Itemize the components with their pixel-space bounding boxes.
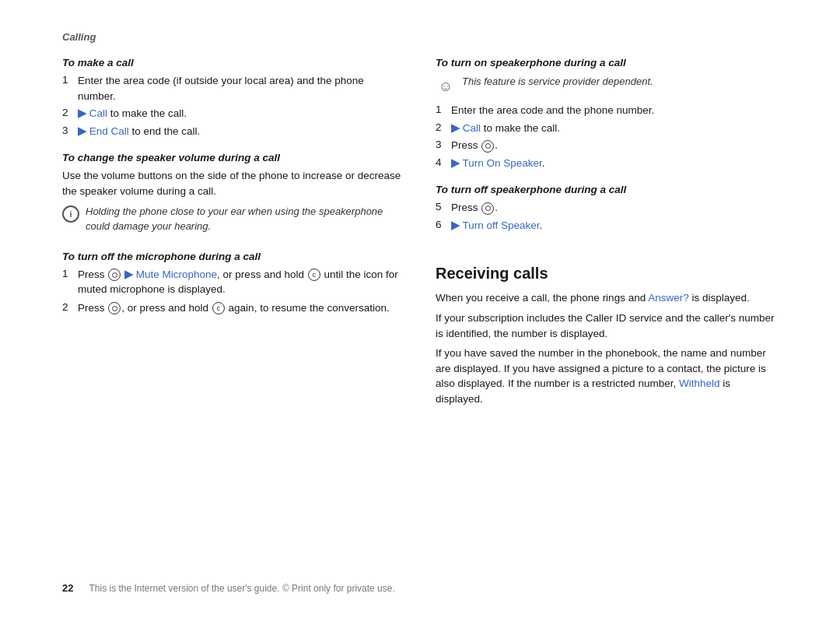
- service-icon: ☺: [436, 76, 456, 97]
- section-make-call: To make a call 1 Enter the area code (if…: [62, 57, 404, 141]
- c-button-icon: c: [308, 269, 320, 281]
- step-text: Press ▶ Mute Microphone, or press and ho…: [78, 267, 404, 297]
- warning-text: Holding the phone close to your ear when…: [86, 205, 404, 233]
- arrow-icon: ▶: [451, 157, 460, 169]
- end-call-link: End Call: [89, 125, 129, 137]
- section-change-volume: To change the speaker volume during a ca…: [62, 152, 404, 240]
- joystick-button-icon: [481, 140, 494, 153]
- arrow-icon: ▶: [78, 125, 86, 137]
- step-text: ▶ Call to make the call.: [78, 106, 187, 121]
- speakerphone-on-step-2: 2 ▶ Call to make the call.: [436, 121, 778, 136]
- step-text: ▶ Turn On Speaker.: [451, 156, 545, 171]
- speakerphone-on-step-3: 3 Press .: [436, 138, 778, 153]
- speakerphone-on-step-1: 1 Enter the area code and the phone numb…: [436, 103, 778, 118]
- make-call-step-2: 2 ▶ Call to make the call.: [62, 106, 404, 121]
- arrow-icon: ▶: [78, 107, 86, 119]
- change-volume-title: To change the speaker volume during a ca…: [62, 152, 404, 163]
- section-receiving-calls: Receiving calls When you receive a call,…: [436, 251, 778, 411]
- step-text: Enter the area code and the phone number…: [451, 103, 654, 118]
- speakerphone-on-list: 1 Enter the area code and the phone numb…: [436, 103, 778, 170]
- make-call-list: 1 Enter the area code (if outside your l…: [62, 73, 404, 139]
- section-mute-mic: To turn off the microphone during a call…: [62, 251, 404, 318]
- para1-post: is displayed.: [691, 292, 749, 304]
- mute-mic-step-1: 1 Press ▶ Mute Microphone, or press and …: [62, 267, 404, 297]
- warning-icon: i: [62, 205, 79, 223]
- change-volume-body: Use the volume buttons on the side of th…: [62, 168, 404, 198]
- speakerphone-on-title: To turn on speakerphone during a call: [436, 57, 778, 68]
- warning-box: i Holding the phone close to your ear wh…: [62, 205, 404, 233]
- step-text: Press .: [451, 138, 498, 153]
- arrow-icon: ▶: [451, 219, 460, 231]
- step-num: 2: [436, 121, 446, 136]
- right-column: To turn on speakerphone during a call ☺ …: [436, 57, 778, 574]
- joystick-button-icon: [108, 302, 121, 314]
- step-num: 1: [62, 267, 73, 297]
- service-note-box: ☺ This feature is service provider depen…: [436, 75, 778, 97]
- make-call-step-1: 1 Enter the area code (if outside your l…: [62, 73, 404, 104]
- joystick-button-icon: [481, 202, 494, 215]
- make-call-title: To make a call: [62, 57, 404, 68]
- step-num: 4: [436, 156, 446, 171]
- speakerphone-off-step-6: 6 ▶ Turn off Speaker.: [436, 218, 778, 233]
- step-num: 1: [62, 73, 73, 104]
- step-text: Press .: [451, 200, 498, 216]
- speakerphone-on-step-4: 4 ▶ Turn On Speaker.: [436, 156, 778, 171]
- speakerphone-off-title: To turn off speakerphone during a call: [436, 184, 778, 195]
- service-note-text: This feature is service provider depende…: [462, 75, 653, 89]
- answer-link: Answer?: [648, 292, 689, 304]
- receiving-para-1: When you receive a call, the phone rings…: [436, 290, 778, 306]
- step-num: 6: [436, 218, 446, 233]
- step-text: ▶ Call to make the call.: [451, 121, 560, 136]
- page-number: 22: [62, 582, 73, 594]
- step-num: 5: [436, 200, 446, 216]
- speakerphone-off-step-5: 5 Press .: [436, 200, 778, 216]
- step-text-part: to make the call.: [484, 122, 560, 134]
- step-num: 2: [62, 300, 73, 316]
- footer: 22 This is the Internet version of the u…: [62, 574, 778, 594]
- footer-text: This is the Internet version of the user…: [89, 583, 394, 594]
- step-text: Press , or press and hold c again, to re…: [78, 300, 390, 316]
- mute-link: Mute Microphone: [136, 269, 217, 280]
- receiving-calls-title: Receiving calls: [436, 265, 778, 283]
- step-text-part: to make the call.: [110, 107, 187, 119]
- section-speakerphone-off: To turn off speakerphone during a call 5…: [436, 184, 778, 235]
- step-num: 3: [62, 124, 73, 139]
- step-text: ▶ Turn off Speaker.: [451, 218, 542, 233]
- section-speakerphone-on: To turn on speakerphone during a call ☺ …: [436, 57, 778, 173]
- para1-pre: When you receive a call, the phone rings…: [436, 292, 646, 304]
- call-link: Call: [89, 107, 107, 119]
- arrow-icon: ▶: [124, 269, 133, 280]
- left-column: To make a call 1 Enter the area code (if…: [62, 57, 404, 574]
- call-link: Call: [463, 122, 481, 134]
- turn-off-speaker-link: Turn off Speaker: [463, 219, 540, 231]
- receiving-para-2: If your subscription includes the Caller…: [436, 311, 778, 341]
- withheld-link: Withheld: [679, 377, 720, 389]
- mute-mic-title: To turn off the microphone during a call: [62, 251, 404, 262]
- turn-on-speaker-link: Turn On Speaker: [463, 157, 542, 169]
- make-call-step-3: 3 ▶ End Call to end the call.: [62, 124, 404, 139]
- receiving-para-3: If you have saved the number in the phon…: [436, 346, 778, 406]
- joystick-button-icon: [108, 269, 121, 281]
- step-text: ▶ End Call to end the call.: [78, 124, 200, 139]
- mute-mic-step-2: 2 Press , or press and hold c again, to …: [62, 300, 404, 316]
- step-num: 2: [62, 106, 73, 121]
- mute-mic-list: 1 Press ▶ Mute Microphone, or press and …: [62, 267, 404, 316]
- arrow-icon: ▶: [451, 122, 460, 134]
- step-text-part: to end the call.: [132, 125, 201, 137]
- step-num: 3: [436, 138, 446, 153]
- content-area: To make a call 1 Enter the area code (if…: [62, 57, 778, 574]
- c-button-icon: c: [212, 302, 225, 314]
- page: Calling To make a call 1 Enter the area …: [0, 0, 840, 625]
- step-num: 1: [436, 103, 446, 118]
- step-text: Enter the area code (if outside your loc…: [78, 73, 404, 104]
- speakerphone-off-list: 5 Press . 6 ▶ Turn off Speaker.: [436, 200, 778, 233]
- header-calling: Calling: [62, 31, 778, 43]
